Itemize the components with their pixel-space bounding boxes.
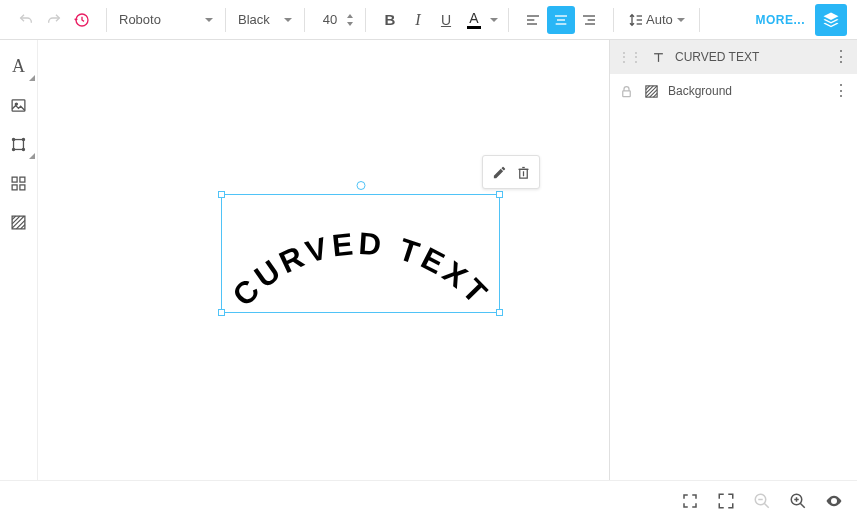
zoom-out-button[interactable]	[751, 490, 773, 512]
text-tool[interactable]: A	[7, 54, 31, 78]
svg-rect-22	[20, 184, 25, 189]
color-swatch	[467, 26, 481, 29]
zoom-in-button[interactable]	[787, 490, 809, 512]
context-toolbar	[482, 155, 540, 189]
svg-line-44	[764, 503, 769, 508]
left-tool-sidebar: A	[0, 40, 38, 480]
svg-rect-21	[12, 184, 17, 189]
layer-menu-button[interactable]: ⋮	[833, 83, 849, 99]
svg-line-25	[12, 216, 20, 224]
underline-button[interactable]: U	[432, 6, 460, 34]
font-family-label: Roboto	[119, 12, 199, 27]
font-weight-label: Black	[238, 12, 278, 27]
align-center-button[interactable]	[547, 6, 575, 34]
layer-label: Background	[668, 84, 825, 98]
font-family-dropdown[interactable]: Roboto	[111, 6, 221, 34]
svg-rect-36	[623, 90, 631, 96]
italic-button[interactable]: I	[404, 6, 432, 34]
align-left-button[interactable]	[519, 6, 547, 34]
svg-line-27	[16, 220, 25, 229]
font-size-stepper[interactable]	[315, 8, 355, 32]
svg-rect-19	[12, 177, 17, 182]
svg-point-16	[22, 138, 24, 140]
delete-button[interactable]	[511, 160, 535, 184]
text-color-button[interactable]: A	[460, 11, 488, 29]
resize-handle-bl[interactable]	[218, 309, 225, 316]
preview-button[interactable]	[823, 490, 845, 512]
align-right-button[interactable]	[575, 6, 603, 34]
font-size-up[interactable]	[345, 12, 355, 20]
canvas[interactable]: CURVED TEXT	[38, 40, 609, 480]
lock-icon	[618, 84, 635, 99]
chevron-down-icon	[205, 18, 213, 22]
text-icon	[650, 50, 667, 65]
layers-panel-toggle[interactable]	[815, 4, 847, 36]
layer-row-background[interactable]: Background ⋮	[610, 74, 857, 108]
svg-rect-20	[20, 177, 25, 182]
resize-handle-br[interactable]	[496, 309, 503, 316]
svg-point-15	[12, 138, 14, 140]
layers-panel: ⋮⋮ CURVED TEXT ⋮ Background ⋮	[609, 40, 857, 480]
svg-line-41	[650, 89, 658, 97]
font-size-down[interactable]	[345, 20, 355, 28]
edit-text-button[interactable]	[487, 160, 511, 184]
redo-button[interactable]	[40, 6, 68, 34]
bottom-status-bar	[0, 480, 857, 520]
svg-line-39	[646, 85, 654, 93]
undo-button[interactable]	[12, 6, 40, 34]
chevron-down-icon	[677, 18, 685, 22]
line-height-dropdown[interactable]: Auto	[624, 12, 689, 28]
history-button[interactable]	[68, 6, 96, 34]
layer-label: CURVED TEXT	[675, 50, 825, 64]
resize-handle-tr[interactable]	[496, 191, 503, 198]
more-button[interactable]: MORE...	[745, 13, 815, 27]
background-icon	[643, 84, 660, 99]
line-height-label: Auto	[646, 12, 673, 27]
svg-point-50	[833, 499, 836, 502]
svg-rect-14	[14, 139, 24, 149]
top-toolbar: Roboto Black B I U A Auto MORE.	[0, 0, 857, 40]
image-tool[interactable]	[7, 93, 31, 117]
svg-line-47	[800, 503, 805, 508]
chevron-down-icon	[284, 18, 292, 22]
resize-handle-tl[interactable]	[218, 191, 225, 198]
layer-row-curved-text[interactable]: ⋮⋮ CURVED TEXT ⋮	[610, 40, 857, 74]
shape-tool[interactable]	[7, 132, 31, 156]
font-weight-dropdown[interactable]: Black	[230, 6, 300, 34]
font-size-input[interactable]	[315, 8, 345, 32]
elements-tool[interactable]	[7, 171, 31, 195]
fullscreen-button[interactable]	[715, 490, 737, 512]
selection-box[interactable]	[221, 194, 500, 313]
bold-button[interactable]: B	[376, 6, 404, 34]
svg-point-17	[12, 148, 14, 150]
drag-handle-icon[interactable]: ⋮⋮	[618, 50, 642, 64]
svg-point-18	[22, 148, 24, 150]
background-tool[interactable]	[7, 210, 31, 234]
svg-rect-12	[12, 99, 25, 110]
chevron-down-icon[interactable]	[490, 18, 498, 22]
layer-menu-button[interactable]: ⋮	[833, 49, 849, 65]
rotate-handle[interactable]	[356, 181, 365, 190]
fit-screen-button[interactable]	[679, 490, 701, 512]
